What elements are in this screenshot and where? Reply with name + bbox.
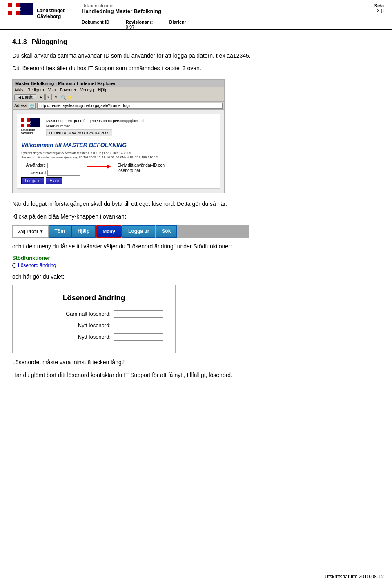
- svg-text:G: G: [30, 123, 32, 126]
- browser-info-text: Master utgör en grund för gemensamma per…: [46, 118, 152, 129]
- footer-text-2: Har du glömt bort ditt lösenord kontakta…: [12, 371, 380, 379]
- password-label: Lösenord: [21, 170, 46, 175]
- losenord-form-title: Lösenord ändring: [25, 294, 163, 302]
- user-label: Användare: [21, 163, 46, 167]
- browser-body: L G Landstinget Gävleborg Master utgör e…: [13, 110, 224, 193]
- password-input[interactable]: [47, 170, 80, 176]
- menu-verktyg: Verktyg: [80, 88, 94, 92]
- nav-forward[interactable]: ▶: [38, 94, 45, 100]
- address-label: Adress: [14, 103, 27, 108]
- welcome-title: Välkommen till MASTER BEFOLKNING: [21, 142, 216, 148]
- instruction-4: och här gör du valet:: [12, 272, 380, 281]
- menu-tom[interactable]: Töm: [49, 225, 71, 238]
- print-date-value: 2010-08-12: [359, 574, 384, 580]
- landstinget-logo: L G: [8, 3, 33, 24]
- revision-label: Revisionsnr:: [126, 20, 153, 25]
- browser-menu-bar: Arkiv Redigera Visa Favoriter Verktyg Hj…: [13, 87, 224, 93]
- losenord-form: Lösenord ändring Gammalt lösenord: Nytt …: [12, 285, 176, 353]
- doc-name-label: Dokumentnamn: [82, 3, 343, 8]
- address-value[interactable]: http://master.systeam.sjunet.org/gavle?f…: [37, 103, 223, 109]
- revision-value: 0.97: [126, 25, 153, 29]
- main-content: 4.1.3 Påloggning Du skall använda samma …: [0, 30, 392, 392]
- arrow-area: [87, 163, 111, 171]
- version-info: System d:/gavle/mastergavle/ Version Mas…: [21, 151, 216, 160]
- print-date: Utskriftsdatum: 2010-08-12: [325, 574, 384, 580]
- page-value: 3 (): [351, 8, 384, 13]
- old-password-label: Gammalt lösenord:: [49, 311, 111, 317]
- section-header: 4.1.3 Påloggning: [12, 38, 380, 46]
- browser-inner-content: L G Landstinget Gävleborg Master utgör e…: [17, 114, 220, 189]
- new-password-input-1[interactable]: [114, 322, 163, 329]
- username-input[interactable]: [47, 163, 80, 168]
- header-center: Dokumentnamn Handledning Master Befolkni…: [74, 3, 351, 29]
- svg-text:Landstinget: Landstinget: [21, 129, 35, 131]
- svg-marker-4: [20, 3, 33, 15]
- footer-text-1: Lösenordet måste vara minst 8 tecken lån…: [12, 358, 380, 367]
- browser-titlebar: Master Befolkning - Microsoft Internet E…: [13, 80, 224, 87]
- browser-logo-row: L G Landstinget Gävleborg Master utgör e…: [21, 118, 216, 138]
- svg-marker-16: [107, 165, 111, 169]
- address-bar-row: Adress 🌐 http://master.systeam.sjunet.or…: [13, 102, 224, 110]
- new-password-label-1: Nytt lösenord:: [49, 322, 111, 328]
- stod-header: Stödfunktioner: [12, 255, 380, 261]
- login-area: Användare Lösenord Logga in Hjälp: [21, 163, 216, 184]
- red-arrow-icon: [87, 163, 111, 171]
- radio-icon: [12, 263, 16, 268]
- page-label: Sida: [351, 3, 384, 8]
- doc-name-value: Handledning Master Befolkning: [82, 8, 343, 14]
- svg-text:G: G: [20, 9, 22, 12]
- menu-redigera: Redigera: [27, 88, 44, 92]
- instruction-2: Klicka på den blåa Meny-knappen i ovanka…: [12, 212, 380, 221]
- losenord-link[interactable]: Lösenord ändring: [12, 263, 380, 268]
- instruction-3: och i den meny du får se till vänster vä…: [12, 242, 380, 251]
- menu-logga-ur[interactable]: Logga ur: [122, 225, 155, 238]
- svg-rect-9: [21, 122, 30, 124]
- menu-sok[interactable]: Sök: [156, 225, 177, 238]
- paragraph-2: Ditt lösenord beställer du hos IT Suppor…: [12, 64, 380, 73]
- back-button[interactable]: ◀ Bakåt: [14, 94, 36, 100]
- logo-section: L G Landstinget Gävleborg: [8, 3, 74, 24]
- menu-valj-profil[interactable]: Välj Profil ▼: [13, 225, 48, 238]
- doc-id-label: Dokument ID: [82, 20, 109, 25]
- logga-in-button[interactable]: Logga in: [21, 177, 44, 184]
- menu-visa: Visa: [48, 88, 56, 92]
- svg-text:L: L: [30, 120, 31, 123]
- section-number: 4.1.3: [12, 38, 27, 45]
- document-footer: Utskriftsdatum: 2010-08-12: [0, 571, 392, 582]
- browser-logo: L G Landstinget Gävleborg: [21, 118, 40, 134]
- section-title: Påloggning: [31, 38, 67, 45]
- new-password-label-2: Nytt lösenord:: [49, 334, 111, 340]
- login-fields: Användare Lösenord Logga in Hjälp: [21, 163, 80, 184]
- browser-title: Master Befolkning - Microsoft Internet E…: [15, 81, 116, 86]
- diarienr-label: Diarienr:: [169, 20, 187, 25]
- favorites-icon: ⭐: [67, 95, 72, 100]
- old-password-input[interactable]: [114, 310, 163, 318]
- menu-bar-mockup: Välj Profil ▼ Töm Hjälp Meny Logga ur Sö…: [12, 225, 249, 238]
- annotation-text: Skriv ditt användar-ID och lösenord här: [118, 163, 171, 173]
- menu-meny[interactable]: Meny: [96, 225, 122, 238]
- address-icon: 🌐: [29, 103, 36, 109]
- search-icon: 🔍: [61, 95, 66, 100]
- print-date-label: Utskriftsdatum:: [325, 574, 357, 580]
- nav-refresh[interactable]: ↻: [53, 94, 59, 100]
- page-number-section: Sida 3 (): [351, 3, 384, 13]
- browser-nav-bar: ◀ Bakåt ▶ ✕ ↻ 🔍 ⭐: [13, 93, 224, 102]
- hjalp-button[interactable]: Hjälp: [46, 177, 62, 184]
- svg-text:Gävleborg: Gävleborg: [21, 132, 33, 134]
- new-password-input-2[interactable]: [114, 333, 163, 341]
- menu-arkiv: Arkiv: [14, 88, 23, 92]
- browser-screenshot: Master Befolkning - Microsoft Internet E…: [12, 79, 225, 193]
- menu-favoriter: Favoriter: [60, 88, 76, 92]
- logo-text: Landstinget Gävleborg: [37, 8, 65, 19]
- menu-hjalp: Hjälp: [98, 88, 107, 92]
- nav-stop[interactable]: ✕: [45, 94, 52, 100]
- menu-hjalp[interactable]: Hjälp: [71, 225, 96, 238]
- svg-rect-3: [8, 7, 20, 11]
- paragraph-1: Du skall använda samma användar-ID som d…: [12, 51, 380, 60]
- browser-datetime: Fri Dec 18 10:54:26 UTC+0100 2009: [46, 129, 112, 136]
- instruction-1: När du loggat in första gången skall du …: [12, 200, 380, 208]
- document-header: L G Landstinget Gävleborg Dokumentnamn H…: [0, 0, 392, 30]
